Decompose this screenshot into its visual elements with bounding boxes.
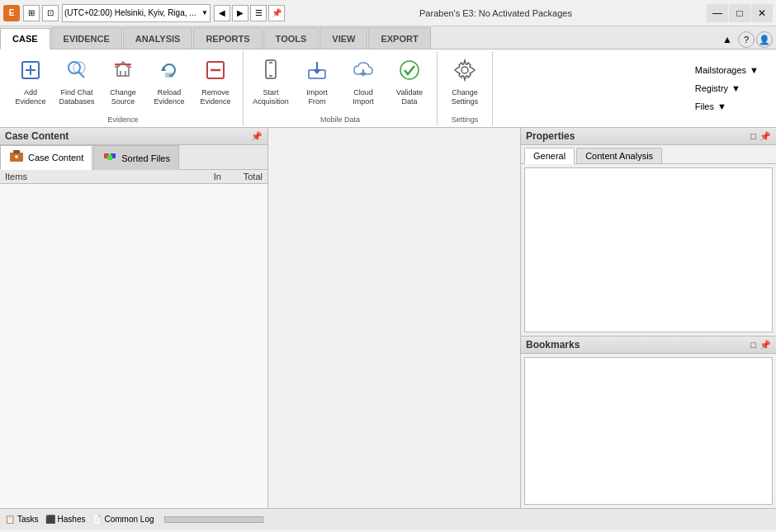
pin-btn[interactable]: 📌	[268, 5, 285, 21]
tab-analysis[interactable]: ANALYSIS	[123, 27, 193, 49]
window-controls: — □ ✕	[707, 4, 773, 22]
sorted-files-tab-label: Sorted Files	[121, 153, 170, 163]
ribbon: Add Evidence Find Chat Databases	[0, 49, 776, 128]
svg-rect-12	[165, 73, 173, 78]
hashes-icon: ⬛	[45, 515, 55, 524]
ribbon-right-group: Mailstorages ▼ Registry ▼ Files ▼	[681, 51, 773, 125]
ribbon-mobile-items: Start Acquisition Import From	[248, 51, 432, 114]
general-tab[interactable]: General	[524, 148, 575, 164]
svg-marker-20	[313, 69, 321, 74]
timezone-dropdown[interactable]: (UTC+02:00) Helsinki, Kyiv, Riga, ... ▼	[62, 4, 211, 22]
validate-data-btn[interactable]: Validate Data	[387, 54, 432, 114]
hashes-status[interactable]: ⬛ Hashes	[45, 515, 86, 524]
in-col-header: In	[188, 172, 221, 181]
registry-btn[interactable]: Registry ▼	[688, 81, 766, 96]
tab-case[interactable]: CASE	[0, 28, 50, 49]
icon-bar-2[interactable]: ⊡	[42, 5, 59, 21]
maximize-btn[interactable]: □	[729, 4, 750, 22]
tab-view[interactable]: VIEW	[319, 27, 367, 49]
bookmarks-pin[interactable]: 📌	[759, 340, 771, 351]
tab-tools[interactable]: TOOLS	[263, 27, 319, 49]
import-from-btn[interactable]: Import From	[295, 54, 339, 114]
tasks-icon: 📋	[5, 515, 15, 524]
items-table-header: Items In Total	[0, 170, 267, 184]
tab-export[interactable]: EXPORT	[368, 27, 430, 49]
title-bar-icons: ⊞ ⊡	[23, 5, 59, 21]
nav-arrows: ◀ ▶ ☰ 📌	[214, 5, 285, 21]
collapse-icon[interactable]: ▲	[718, 31, 736, 49]
case-content-header: Case Content 📌	[0, 128, 267, 145]
case-content-pin[interactable]: 📌	[251, 131, 263, 142]
tab-reports[interactable]: REPORTS	[193, 27, 262, 49]
menu-btn[interactable]: ☰	[250, 5, 267, 21]
files-btn[interactable]: Files ▼	[688, 99, 766, 114]
properties-header: Properties □ 📌	[521, 128, 776, 145]
mailstorages-arrow: ▼	[750, 65, 759, 75]
properties-minimize[interactable]: □	[750, 131, 756, 141]
remove-evidence-label: Remove Evidence	[196, 88, 235, 106]
ribbon-settings-items: Change Settings	[442, 51, 487, 114]
bookmarks-minimize[interactable]: □	[750, 340, 756, 350]
bookmarks-controls: □ 📌	[750, 340, 771, 351]
add-evidence-icon	[18, 58, 43, 86]
find-chat-btn[interactable]: Find Chat Databases	[54, 54, 99, 114]
user-icon[interactable]: 👤	[756, 31, 773, 48]
files-arrow: ▼	[717, 101, 726, 111]
common-log-status[interactable]: 📄 Common Log	[92, 515, 154, 524]
change-settings-icon	[452, 58, 477, 86]
change-source-label: Change Source	[103, 88, 143, 106]
find-chat-label: Find Chat Databases	[57, 88, 97, 106]
svg-point-23	[400, 61, 419, 79]
change-source-btn[interactable]: Change Source	[101, 54, 145, 114]
minimize-btn[interactable]: —	[707, 4, 728, 22]
mailstorages-btn[interactable]: Mailstorages ▼	[688, 63, 766, 78]
forward-arrow[interactable]: ▶	[232, 5, 248, 21]
content-analysis-tab[interactable]: Content Analysis	[576, 148, 662, 163]
svg-rect-26	[13, 150, 20, 153]
help-icons-group: ▲ ? 👤	[718, 31, 776, 49]
items-table: Items In Total	[0, 170, 267, 508]
hashes-label: Hashes	[58, 515, 86, 524]
cloud-import-btn[interactable]: Cloud Import	[341, 54, 386, 114]
change-settings-btn[interactable]: Change Settings	[442, 54, 487, 114]
total-col-header: Total	[221, 172, 263, 181]
svg-point-24	[461, 67, 468, 73]
case-content-tab[interactable]: Case Content	[0, 145, 92, 170]
registry-label: Registry	[695, 83, 728, 93]
case-content-title: Case Content	[5, 130, 69, 142]
tasks-status[interactable]: 📋 Tasks	[5, 515, 39, 524]
close-btn[interactable]: ✕	[751, 4, 773, 22]
remove-evidence-icon	[203, 58, 228, 86]
middle-area	[268, 128, 520, 508]
bookmarks-section: Bookmarks □ 📌	[521, 337, 776, 508]
progress-bar	[164, 516, 263, 523]
sorted-files-tab[interactable]: Sorted Files	[93, 145, 179, 170]
add-evidence-btn[interactable]: Add Evidence	[8, 54, 53, 114]
properties-tabs: General Content Analysis	[521, 145, 776, 164]
status-bar: 📋 Tasks ⬛ Hashes 📄 Common Log	[0, 508, 776, 530]
help-icon[interactable]: ?	[738, 31, 755, 48]
cloud-import-icon	[351, 58, 376, 86]
case-content-tab-icon	[9, 149, 24, 166]
start-acquisition-label: Start Acquisition	[251, 88, 291, 106]
icon-bar-1[interactable]: ⊞	[23, 5, 40, 21]
back-arrow[interactable]: ◀	[214, 5, 230, 21]
bookmarks-header: Bookmarks □ 📌	[521, 337, 776, 354]
files-label: Files	[695, 101, 714, 111]
remove-evidence-btn[interactable]: Remove Evidence	[193, 54, 238, 114]
properties-pin[interactable]: 📌	[759, 131, 771, 142]
common-log-label: Common Log	[104, 515, 154, 524]
timezone-arrow: ▼	[201, 9, 208, 16]
tab-evidence[interactable]: EVIDENCE	[51, 27, 122, 49]
start-acquisition-btn[interactable]: Start Acquisition	[248, 54, 293, 114]
left-panel: Case Content 📌 Case Content	[0, 128, 268, 508]
validate-data-label: Validate Data	[390, 88, 429, 106]
registry-arrow: ▼	[731, 83, 741, 93]
validate-data-icon	[397, 58, 422, 86]
ribbon-mobile-label: Mobile Data	[248, 114, 432, 125]
main-tab-bar: CASE EVIDENCE ANALYSIS REPORTS TOOLS VIE…	[0, 26, 776, 49]
reload-evidence-icon	[157, 58, 182, 86]
reload-evidence-btn[interactable]: Reload Evidence	[147, 54, 192, 114]
change-source-icon	[111, 58, 135, 86]
title-bar: E ⊞ ⊡ (UTC+02:00) Helsinki, Kyiv, Riga, …	[0, 0, 776, 26]
